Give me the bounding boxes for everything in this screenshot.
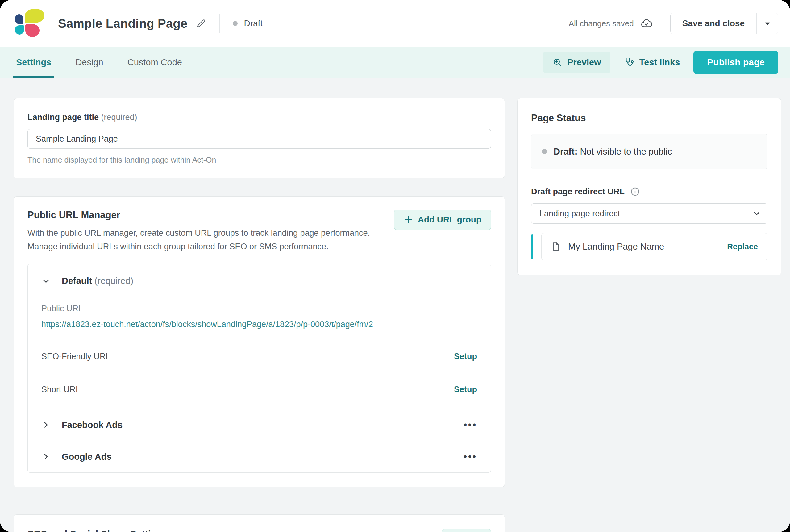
selection-indicator-bar (531, 234, 533, 259)
seo-card-title: SEO and Social Share Settings (27, 529, 168, 532)
left-column: Landing page title (required) The name d… (14, 98, 505, 532)
default-group-name: Default (required) (62, 276, 133, 286)
redirect-url-label: Draft page redirect URL (531, 187, 624, 196)
tab-design[interactable]: Design (74, 47, 104, 78)
redirect-target-row: My Landing Page Name Replace (531, 233, 768, 260)
draft-status: Draft (233, 19, 263, 28)
title-helper-text: The name displayed for this landing page… (27, 155, 491, 165)
tab-bar: Settings Design Custom Code Preview Test… (0, 47, 790, 78)
page-status-title: Page Status (531, 113, 768, 124)
seo-friendly-url-row: SEO-Friendly URL Setup (41, 340, 477, 373)
url-group-google-ads[interactable]: Google Ads ••• (28, 441, 491, 472)
act-on-logo (15, 8, 46, 38)
save-split-button: Save and close (670, 13, 778, 34)
tab-settings[interactable]: Settings (15, 47, 53, 78)
edit-seo-button[interactable]: Edit (442, 529, 491, 532)
ellipsis-icon[interactable]: ••• (463, 420, 477, 430)
logo-blob-navy (15, 14, 23, 24)
document-icon (551, 242, 561, 251)
page-title: Sample Landing Page (58, 17, 187, 31)
add-url-group-label: Add URL group (418, 215, 481, 225)
facebook-ads-label: Facebook Ads (62, 420, 122, 430)
short-url-label: Short URL (41, 385, 80, 394)
header-divider (219, 14, 220, 33)
ellipsis-icon[interactable]: ••• (463, 452, 477, 461)
test-links-button[interactable]: Test links (624, 57, 680, 68)
chevron-right-icon (41, 420, 51, 430)
divider (719, 239, 719, 254)
status-text: Draft: Not visible to the public (554, 147, 672, 157)
select-right (746, 207, 767, 220)
preview-label: Preview (567, 57, 601, 68)
short-url-row: Short URL Setup (41, 373, 477, 406)
chevron-right-icon (41, 452, 51, 461)
cloud-check-icon (640, 17, 653, 30)
url-group-box: Default (required) Public URL https://a1… (27, 264, 491, 473)
draft-status-label: Draft (244, 19, 263, 28)
seo-friendly-url-setup-link[interactable]: Setup (454, 352, 477, 361)
url-group-default: Default (required) Public URL https://a1… (28, 264, 491, 409)
add-url-group-button[interactable]: Add URL group (394, 210, 491, 230)
tab-custom-code[interactable]: Custom Code (126, 47, 183, 78)
url-card-head: Public URL Manager With the public URL m… (27, 210, 491, 253)
test-links-label: Test links (639, 57, 680, 68)
url-manager-description: With the public URL manager, create cust… (27, 226, 370, 253)
logo-blob-pink (25, 24, 39, 37)
required-hint: (required) (101, 113, 137, 122)
url-group-facebook-ads[interactable]: Facebook Ads ••• (28, 409, 491, 441)
dot-icon (233, 21, 238, 26)
plus-icon (404, 215, 413, 224)
app-window: Sample Landing Page Draft All changes sa… (0, 0, 790, 532)
dot-icon (542, 149, 547, 154)
description-line-1: With the public URL manager, create cust… (27, 226, 370, 240)
short-url-setup-link[interactable]: Setup (454, 385, 477, 394)
page-status-card: Page Status Draft: Not visible to the pu… (517, 98, 782, 275)
pencil-icon (196, 18, 207, 29)
content: Landing page title (required) The name d… (0, 78, 790, 532)
redirect-label-row: Draft page redirect URL (531, 187, 768, 196)
redirect-page-box: My Landing Page Name Replace (541, 233, 768, 260)
default-group-header[interactable]: Default (required) (41, 276, 477, 286)
seo-card-head: SEO and Social Share Settings Edit (27, 529, 491, 532)
logo-blob-teal (15, 25, 24, 35)
preview-button[interactable]: Preview (543, 52, 611, 73)
redirect-type-select[interactable]: Landing page redirect (531, 203, 768, 224)
public-url-link[interactable]: https://a1823.ez-touch.net/acton/fs/bloc… (41, 320, 373, 329)
landing-page-title-input[interactable] (27, 129, 491, 149)
caret-down-icon (764, 19, 771, 27)
logo-blob-yellow (25, 8, 44, 23)
url-manager-title: Public URL Manager (27, 210, 370, 221)
tabs: Settings Design Custom Code (15, 47, 205, 78)
google-ads-label: Google Ads (62, 452, 112, 462)
right-column: Page Status Draft: Not visible to the pu… (517, 98, 782, 275)
seo-social-share-card: SEO and Social Share Settings Edit Optim… (14, 514, 505, 532)
redirect-type-value: Landing page redirect (539, 209, 746, 218)
landing-page-title-card: Landing page title (required) The name d… (14, 98, 505, 178)
seo-friendly-url-label: SEO-Friendly URL (41, 352, 111, 361)
chevron-down-icon (752, 209, 761, 218)
autosave-label: All changes saved (569, 19, 634, 28)
edit-title-button[interactable] (196, 18, 207, 29)
label-text: Landing page title (27, 113, 99, 122)
tab-actions: Preview Test links Publish page (543, 51, 778, 74)
autosave-indicator: All changes saved (569, 17, 653, 30)
description-line-2: Manage individual URLs within each group… (27, 240, 370, 253)
page-status-box: Draft: Not visible to the public (531, 134, 768, 169)
publish-page-button[interactable]: Publish page (693, 51, 778, 74)
save-options-caret[interactable] (756, 13, 778, 34)
save-and-close-button[interactable]: Save and close (671, 13, 756, 34)
stethoscope-icon (624, 57, 634, 68)
redirect-page-name: My Landing Page Name (568, 242, 716, 252)
landing-page-title-label: Landing page title (required) (27, 113, 491, 122)
replace-link[interactable]: Replace (727, 242, 758, 251)
public-url-label: Public URL (41, 304, 477, 314)
public-url-manager-card: Public URL Manager With the public URL m… (14, 196, 505, 487)
info-circle-icon[interactable] (630, 187, 640, 196)
chevron-down-icon (41, 277, 51, 286)
header: Sample Landing Page Draft All changes sa… (0, 0, 790, 47)
zoom-in-icon (552, 57, 562, 67)
